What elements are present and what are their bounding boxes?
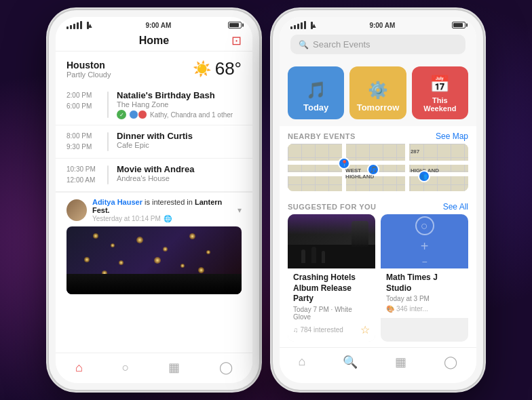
page-title: Home xyxy=(139,35,169,47)
event-divider-3 xyxy=(107,165,109,184)
home-icon-2: ⌂ xyxy=(299,355,306,369)
nav-profile[interactable]: ◯ xyxy=(211,359,241,376)
bottom-nav-search: ⌂ 🔍 ▦ ◯ xyxy=(280,347,476,378)
signal-bar-2 xyxy=(70,25,72,29)
event-venue-1: The Hang Zone xyxy=(117,100,242,108)
card-2-plus-area: ○ + − xyxy=(415,216,434,266)
inbox-icon[interactable]: ⊡ xyxy=(231,33,242,48)
lantern-10 xyxy=(180,264,185,268)
lantern-1 xyxy=(93,233,98,239)
weekend-icon: 📅 xyxy=(430,75,450,94)
nav-home-2[interactable]: ⌂ xyxy=(290,353,314,370)
event-title-2: Dinner with Curtis xyxy=(117,131,242,141)
nearby-map[interactable]: WESTHIGHLAND HIGHLAND 287 📍 🎵 👥 xyxy=(288,144,468,191)
card-1-meta: Today 7 PM · White Glove xyxy=(293,306,370,321)
suggested-card-1[interactable]: Crashing Hotels Album Release Party Toda… xyxy=(288,214,375,342)
nav-search-2[interactable]: 🔍 xyxy=(335,353,366,371)
search-icon: ○ xyxy=(122,361,130,375)
card-2-body: Math Times J Studio Today at 3 PM 🎨 346 … xyxy=(381,268,468,318)
card-1-image xyxy=(288,214,375,268)
bottom-nav-home: ⌂ ○ ▦ ◯ xyxy=(56,353,252,383)
avatar-kathy xyxy=(129,110,138,119)
person-2 xyxy=(311,247,316,263)
status-bar-search: ▲ 9:00 AM xyxy=(280,17,476,31)
circle-icon: ○ xyxy=(415,216,434,235)
lantern-3 xyxy=(136,237,143,243)
suggested-card-2[interactable]: ○ + − Math Times J Studio Today at 3 PM … xyxy=(381,214,468,342)
nav-search[interactable]: ○ xyxy=(114,359,138,376)
suggested-see-all[interactable]: See All xyxy=(443,202,468,212)
crowd-base xyxy=(66,274,242,294)
person-3 xyxy=(322,251,325,263)
signal-bar-1 xyxy=(66,26,69,29)
interested-count-1: 784 interested xyxy=(301,326,343,334)
card-2-meta: Today at 3 PM xyxy=(386,295,463,302)
lantern-4 xyxy=(163,247,168,252)
event-time-2: 8:00 PM 9:30 PM xyxy=(66,131,99,153)
lantern-2 xyxy=(111,243,115,247)
event-details-1: Natalie's Birthday Bash The Hang Zone ✓ … xyxy=(117,90,242,119)
search-magnifier-icon: 🔍 xyxy=(299,40,309,49)
tile-weekend[interactable]: 📅 This Weekend xyxy=(412,66,468,119)
tile-weekend-label: This Weekend xyxy=(417,96,463,113)
suggested-header: SUGGESTED FOR YOU See All xyxy=(280,197,476,214)
event-attendees-1: ✓ Kathy, Chandra and 1 other xyxy=(117,110,242,119)
calendar-icon-2: ▦ xyxy=(395,355,406,369)
nav-calendar[interactable]: ▦ xyxy=(160,359,188,376)
social-timestamp: Yesterday at 10:14 PM xyxy=(92,215,161,222)
event-item-2[interactable]: 8:00 PM 9:30 PM Dinner with Curtis Cafe … xyxy=(56,125,252,159)
battery-icon xyxy=(228,22,242,28)
nav-calendar-2[interactable]: ▦ xyxy=(387,353,415,371)
weather-condition: Partly Cloudy xyxy=(66,71,111,79)
status-bar-home: ▲ 9:00 AM xyxy=(56,17,252,31)
social-post-text: Aditya Hauser is interested in Lantern F… xyxy=(92,198,232,222)
minus-sign: − xyxy=(421,257,427,266)
status-right xyxy=(228,22,242,28)
profile-icon: ◯ xyxy=(219,360,233,375)
interested-count-2: 346 inter... xyxy=(396,305,428,313)
lantern-8 xyxy=(119,260,124,265)
event-divider-1 xyxy=(107,92,109,118)
chevron-down-icon[interactable]: ▾ xyxy=(238,205,242,215)
event-time-3: 10:30 PM 12:00 AM xyxy=(66,164,99,186)
search-bar[interactable]: 🔍 Search Events xyxy=(290,35,466,54)
phones-container: ▲ 9:00 AM Home ⊡ Houston Partly Cloudy xyxy=(49,10,483,390)
card-1-interested: ♫ 784 interested xyxy=(293,326,343,334)
event-item-3[interactable]: 10:30 PM 12:00 AM Movie with Andrea Andr… xyxy=(56,159,252,192)
tile-tomorrow[interactable]: ⚙️ Tomorrow xyxy=(349,66,406,119)
map-road-v2 xyxy=(405,144,409,191)
check-icon: ✓ xyxy=(117,110,126,119)
event-item-1[interactable]: 2:00 PM 6:00 PM Natalie's Birthday Bash … xyxy=(56,85,252,125)
suggested-grid: Crashing Hotels Album Release Party Toda… xyxy=(280,214,476,347)
event-time-1: 2:00 PM 6:00 PM xyxy=(66,90,99,119)
event-venue-3: Andrea's House xyxy=(117,174,242,182)
weather-city: Houston xyxy=(66,60,111,71)
clock: 9:00 AM xyxy=(145,22,171,29)
search-icon-2: 🔍 xyxy=(343,355,358,369)
weather-widget: Houston Partly Cloudy ☀️ 68° xyxy=(56,52,252,85)
event-divider-2 xyxy=(107,132,109,151)
lantern-12 xyxy=(198,267,204,273)
signal-bar-1 xyxy=(290,26,292,29)
event-details-3: Movie with Andrea Andrea's House xyxy=(117,164,242,186)
person-1 xyxy=(301,249,305,263)
map-label-287: 287 xyxy=(411,148,419,155)
nav-home[interactable]: ⌂ xyxy=(67,359,91,376)
quick-tiles: 🎵 Today ⚙️ Tomorrow 📅 This Weekend xyxy=(280,60,476,126)
map-pin-1: 📍 xyxy=(338,157,350,169)
suggested-title: SUGGESTED FOR YOU xyxy=(288,203,377,211)
nearby-title: NEARBY EVENTS xyxy=(288,132,356,140)
signal-bar-4 xyxy=(77,22,79,29)
tile-today[interactable]: 🎵 Today xyxy=(288,66,344,119)
lantern-7 xyxy=(84,257,90,262)
star-icon[interactable]: ☆ xyxy=(360,323,370,336)
avatar-chandra xyxy=(138,110,147,119)
battery-fill-2 xyxy=(453,23,463,27)
status-right-2 xyxy=(452,22,466,28)
nearby-see-map[interactable]: See Map xyxy=(436,132,468,141)
card-2-interested: 🎨 346 inter... xyxy=(386,305,428,313)
wifi-icon-2: ▲ xyxy=(311,22,313,29)
social-user: Aditya Hauser xyxy=(92,198,142,206)
map-pin-3: 👥 xyxy=(418,170,430,182)
nav-profile-2[interactable]: ◯ xyxy=(436,353,466,371)
